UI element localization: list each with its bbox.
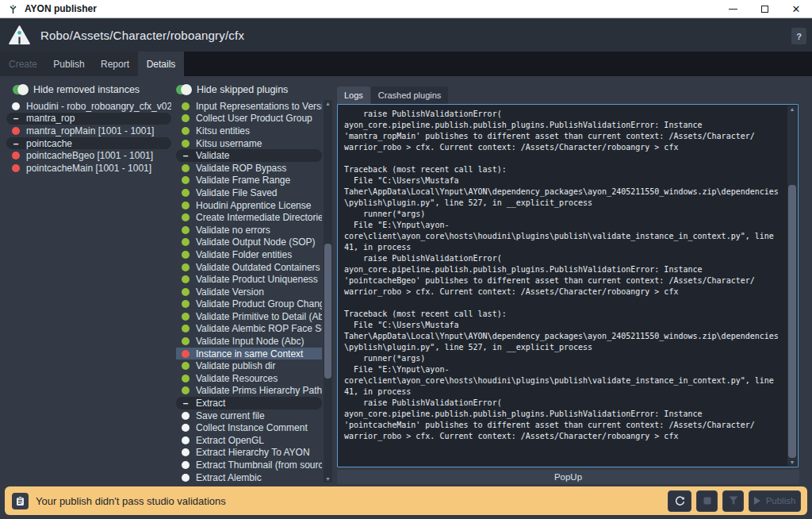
collapse-dash-icon[interactable]: – bbox=[12, 140, 20, 148]
hide-skipped-plugins-toggle[interactable]: Hide skipped plugins bbox=[176, 83, 288, 96]
plugin-row[interactable]: – Extract Alembic bbox=[176, 471, 322, 482]
plugin-row[interactable]: – Kitsu entities bbox=[176, 125, 322, 137]
main-tab[interactable]: Details bbox=[138, 52, 184, 76]
plugin-row[interactable]: – Save current file bbox=[176, 409, 322, 422]
plugin-label: Validate publish dir bbox=[196, 360, 276, 371]
plugin-row[interactable]: – Validate Resources bbox=[176, 372, 322, 385]
maximize-button[interactable] bbox=[749, 0, 780, 17]
plugin-row[interactable]: – Validate Output Node (SOP) bbox=[176, 236, 322, 249]
instance-row[interactable]: – pointcacheBgeo [1001 - 1001] bbox=[6, 149, 171, 162]
scrollbar-handle[interactable] bbox=[788, 185, 796, 458]
close-button[interactable]: ✕ bbox=[780, 0, 812, 17]
plugin-row[interactable]: – Validate Product Group Change bbox=[176, 298, 322, 311]
status-dot-icon bbox=[182, 300, 190, 308]
header: Robo/Assets/Character/roboangry/cfx ? bbox=[0, 19, 812, 52]
status-dot-icon bbox=[182, 337, 190, 345]
status-dot-icon bbox=[182, 102, 190, 110]
plugin-row[interactable]: – Instance in same Context bbox=[176, 348, 322, 360]
collapse-dash-icon[interactable]: – bbox=[182, 152, 190, 160]
instance-list: – Houdini - robo_roboangry_cfx_v024.... … bbox=[6, 100, 171, 179]
details-tab[interactable]: Crashed plugins bbox=[371, 86, 449, 104]
toggle-label: Hide skipped plugins bbox=[197, 84, 288, 95]
plugin-row[interactable]: – Input Representations to Versions bbox=[176, 100, 322, 113]
plugin-label: Create Intermediate Directories C... bbox=[196, 212, 322, 223]
help-button[interactable]: ? bbox=[791, 28, 806, 44]
copy-report-button[interactable] bbox=[12, 493, 29, 509]
scroll-up-icon[interactable]: ▲ bbox=[324, 101, 332, 106]
details-tabbar: Logs Crashed plugins bbox=[337, 86, 448, 104]
tab-label: Report bbox=[101, 59, 129, 70]
plugin-label: Extract bbox=[196, 398, 225, 409]
plugin-row[interactable]: – Validate Frame Range bbox=[176, 175, 322, 187]
scrollbar-handle[interactable] bbox=[324, 244, 331, 379]
status-dot-icon bbox=[182, 313, 190, 321]
main-tab[interactable]: Report bbox=[92, 52, 138, 76]
plugin-row[interactable]: – Extract Hierarchy To AYON bbox=[176, 447, 322, 459]
plugin-row[interactable]: – Validate Input Node (Abc) bbox=[176, 335, 322, 348]
plugin-row[interactable]: – Validate File Saved bbox=[176, 186, 322, 199]
instance-row[interactable]: – mantra_rop bbox=[6, 113, 171, 125]
plugin-label: Validate bbox=[196, 150, 229, 161]
plugin-row[interactable]: – Validate ROP Bypass bbox=[176, 162, 322, 175]
plugin-row[interactable]: – Validate Alembic ROP Face Sets bbox=[176, 323, 322, 336]
plugin-row[interactable]: – Validate no errors bbox=[176, 224, 322, 236]
status-dot-icon bbox=[182, 424, 190, 432]
stop-square-icon bbox=[703, 497, 711, 505]
main-tab[interactable]: Create bbox=[0, 52, 46, 76]
stop-button[interactable] bbox=[696, 490, 718, 512]
collapse-dash-icon[interactable]: – bbox=[182, 399, 190, 407]
filter-button[interactable] bbox=[722, 490, 744, 512]
status-dot-icon bbox=[182, 461, 190, 469]
ayon-publisher-window: AYON publisher ✕ Robo/Assets/Character/r… bbox=[0, 0, 812, 519]
scroll-down-icon[interactable]: ▼ bbox=[324, 476, 332, 482]
plugin-row[interactable]: – Houdini Apprentice License bbox=[176, 199, 322, 212]
main-tab[interactable]: Publish bbox=[46, 52, 92, 76]
status-dot-icon bbox=[182, 114, 190, 122]
instance-label: pointcacheMain [1001 - 1001] bbox=[26, 163, 151, 174]
plugin-row[interactable]: – Validate Outdated Containers bbox=[176, 261, 322, 274]
instance-row[interactable]: – pointcache bbox=[6, 137, 171, 150]
toggle-switch-icon[interactable] bbox=[176, 85, 191, 94]
plugin-row[interactable]: – Validate publish dir bbox=[176, 359, 322, 372]
instance-row[interactable]: – Houdini - robo_roboangry_cfx_v024.... bbox=[6, 100, 171, 113]
plugin-label: Collect User Product Group bbox=[196, 113, 312, 124]
status-dot-icon bbox=[182, 263, 190, 271]
minimize-button[interactable] bbox=[717, 0, 749, 17]
scroll-up-icon[interactable]: ▲ bbox=[787, 106, 797, 112]
instance-row[interactable]: – pointcacheMain [1001 - 1001] bbox=[6, 162, 171, 175]
tab-label: Publish bbox=[53, 59, 84, 70]
window-controls: ✕ bbox=[717, 0, 812, 17]
collapse-dash-icon[interactable]: – bbox=[12, 114, 20, 122]
plugin-row[interactable]: – Create Intermediate Directories C... bbox=[176, 211, 322, 224]
plugin-row[interactable]: – Validate bbox=[176, 149, 322, 162]
refresh-button[interactable] bbox=[668, 490, 691, 512]
instance-row[interactable]: – mantra_ropMain [1001 - 1001] bbox=[6, 125, 171, 137]
popup-button[interactable]: PopUp bbox=[337, 470, 799, 484]
hide-removed-instances-toggle[interactable]: Hide removed instances bbox=[13, 83, 140, 96]
plugin-row[interactable]: – Extract bbox=[176, 397, 322, 409]
status-dot-icon bbox=[182, 127, 190, 135]
plugin-row[interactable]: – Validate Primitive to Detail (Abc) bbox=[176, 310, 322, 323]
plugin-label: Extract Hierarchy To AYON bbox=[196, 447, 310, 458]
plugin-row[interactable]: – Extract Thumbnail (from source) bbox=[176, 459, 322, 471]
status-dot-icon bbox=[182, 350, 190, 358]
plugin-label: Collect Instance Comment bbox=[196, 422, 308, 433]
publish-button[interactable]: Publish bbox=[749, 490, 801, 512]
plugin-row[interactable]: – Extract OpenGL bbox=[176, 434, 322, 447]
plugin-row[interactable]: – Validate Version bbox=[176, 286, 322, 298]
plugin-row[interactable]: – Validate Product Uniqueness bbox=[176, 273, 322, 286]
plugin-row[interactable]: – Validate Prims Hierarchy Path bbox=[176, 385, 322, 398]
plugin-label: Validate File Saved bbox=[196, 187, 278, 198]
log-scrollbar[interactable]: ▲ ▼ bbox=[787, 106, 797, 466]
plugin-row[interactable]: – Collect User Product Group bbox=[176, 113, 322, 125]
status-dot-icon bbox=[182, 202, 190, 210]
plugin-row[interactable]: – Kitsu username bbox=[176, 137, 322, 150]
plugin-row[interactable]: – Collect Instance Comment bbox=[176, 421, 322, 434]
status-dot-icon bbox=[182, 436, 190, 444]
scroll-down-icon[interactable]: ▼ bbox=[787, 459, 797, 465]
plugin-list-scrollbar[interactable]: ▲ ▼ bbox=[324, 100, 332, 482]
toggle-switch-icon[interactable] bbox=[13, 85, 28, 94]
plugin-row[interactable]: – Validate Folder entities bbox=[176, 248, 322, 261]
details-tab[interactable]: Logs bbox=[337, 86, 370, 104]
log-output[interactable]: raise PublishValidationError( ayon_core.… bbox=[337, 104, 799, 467]
